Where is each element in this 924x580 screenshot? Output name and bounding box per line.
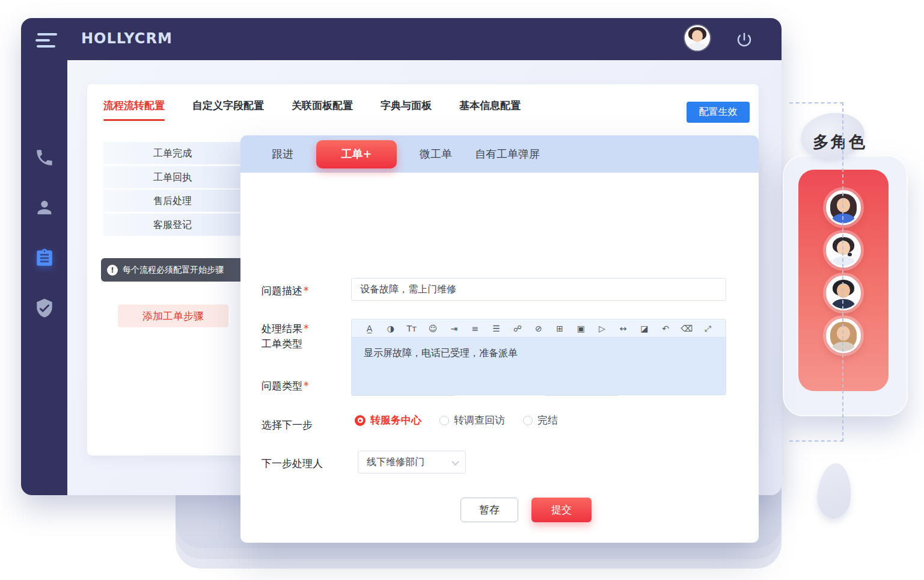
flow-tooltip: ! 每个流程必须配置开始步骤 <box>101 258 245 282</box>
modal-actions: 暂存 提交 <box>240 498 759 522</box>
ticket-modal: 跟进工单+微工单自有工单弹屏 工单类型 电话登记 优先级 A类-普通 问题类型*… <box>240 135 759 543</box>
fullscreen-icon[interactable]: ⤢ <box>697 319 718 338</box>
radio-option[interactable]: 完结 <box>523 413 558 427</box>
modal-tab[interactable]: 跟进 <box>272 147 293 161</box>
page-tab[interactable]: 字典与面板 <box>381 99 432 121</box>
radio-label: 转服务中心 <box>370 413 421 427</box>
link-add-icon[interactable]: ☍ <box>507 319 528 338</box>
workflow-step-row[interactable]: 售后处理 <box>103 190 242 212</box>
radio-icon <box>355 415 366 426</box>
indent-icon[interactable]: ⇥ <box>444 319 465 338</box>
shield-icon <box>34 298 55 318</box>
editor-toolbar: A̲◑Tт☺⇥≡☰☍⊘⊞▣▷↔◪↶⌫⤢ <box>352 319 726 338</box>
editor-textarea[interactable]: 显示屏故障，电话已受理，准备派单 <box>352 338 726 395</box>
workflow-step-row[interactable]: 工单回执 <box>103 166 242 188</box>
page-tab[interactable]: 流程流转配置 <box>103 99 165 121</box>
page-tab[interactable]: 自定义字段配置 <box>192 99 264 121</box>
table-icon[interactable]: ⊞ <box>549 319 571 338</box>
screen: HOLLYCRM 流程流转配置自定义字段配置关联面板配置字典与面板基本信息配置 … <box>0 0 924 580</box>
user-icon <box>34 197 55 218</box>
apply-config-button[interactable]: 配置生效 <box>687 102 750 123</box>
list-icon[interactable]: ☰ <box>486 319 507 338</box>
radio-icon <box>439 416 449 425</box>
modal-tab[interactable]: 自有工单弹屏 <box>475 147 540 161</box>
brand-logo: HOLLYCRM <box>81 30 173 47</box>
image-icon[interactable]: ▣ <box>571 319 592 338</box>
avatar-female-agent <box>685 25 710 51</box>
workflow-step-list: 工单完成工单回执售后处理客服登记 <box>103 142 242 237</box>
next-step-options: 转服务中心转调查回访完结 <box>355 413 558 427</box>
exclamation-icon: ! <box>107 265 118 276</box>
menu-icon[interactable] <box>35 33 58 49</box>
issue-desc-label: 问题描述* <box>262 284 309 298</box>
phone-icon <box>34 147 55 168</box>
chevron-down-icon <box>451 458 459 466</box>
eraser-icon[interactable]: ◪ <box>634 319 655 338</box>
delete-icon[interactable]: ⌫ <box>676 319 697 338</box>
undo-icon[interactable]: ↶ <box>655 319 676 338</box>
font-style-icon[interactable]: A̲ <box>359 319 380 338</box>
radio-selected[interactable]: 转服务中心 <box>355 413 421 427</box>
next-handler-select[interactable]: 线下维修部门 <box>358 451 466 474</box>
power-icon[interactable] <box>735 31 753 49</box>
next-step-label: 选择下一步 <box>262 418 313 432</box>
modal-tab[interactable]: 微工单 <box>420 147 452 161</box>
save-draft-button[interactable]: 暂存 <box>460 498 518 522</box>
modal-tab-bar: 跟进工单+微工单自有工单弹屏 <box>240 135 759 173</box>
multi-role-panel <box>783 155 908 416</box>
tooltip-text: 每个流程必须配置开始步骤 <box>123 265 224 276</box>
add-step-button[interactable]: 添加工单步骤 <box>118 304 228 327</box>
emoji-icon[interactable]: ☺ <box>423 319 444 338</box>
align-icon[interactable]: ≡ <box>465 319 486 338</box>
submit-button[interactable]: 提交 <box>531 498 592 522</box>
page-tab-bar: 流程流转配置自定义字段配置关联面板配置字典与面板基本信息配置 <box>103 99 521 121</box>
workflow-step-row[interactable]: 工单完成 <box>103 142 242 164</box>
color-palette-icon[interactable]: ◑ <box>380 319 401 338</box>
avatar-female-headset <box>826 233 861 268</box>
result-label: 处理结果* <box>262 322 309 336</box>
divider-icon[interactable]: ↔ <box>613 319 634 338</box>
font-size-icon[interactable]: Tт <box>401 319 422 338</box>
next-handler-label: 下一步处理人 <box>262 457 323 470</box>
radio-icon <box>523 416 533 425</box>
radio-label: 完结 <box>537 413 558 427</box>
page-tab[interactable]: 基本信息配置 <box>459 99 521 121</box>
link-remove-icon[interactable]: ⊘ <box>528 319 549 338</box>
rich-text-editor[interactable]: A̲◑Tт☺⇥≡☰☍⊘⊞▣▷↔◪↶⌫⤢ 显示屏故障，电话已受理，准备派单 <box>351 319 726 395</box>
page-tab[interactable]: 关联面板配置 <box>292 99 353 121</box>
sidebar <box>21 60 67 495</box>
clipboard-icon <box>34 248 55 268</box>
avatar-female-long-hair <box>826 190 861 225</box>
video-icon[interactable]: ▷ <box>592 319 613 338</box>
sidebar-item-customers[interactable] <box>34 197 55 218</box>
radio-label: 转调查回访 <box>454 413 505 427</box>
sidebar-item-calls[interactable] <box>34 147 55 168</box>
sidebar-item-tickets[interactable] <box>34 248 55 268</box>
modal-tab[interactable]: 工单+ <box>316 140 397 168</box>
radio-option[interactable]: 转调查回访 <box>439 413 505 427</box>
avatar-female-blonde <box>826 318 861 353</box>
ticket-type-label: 工单类型 <box>262 337 302 351</box>
issue-desc-input[interactable]: 设备故障，需上门维修 <box>351 278 726 301</box>
sidebar-item-security[interactable] <box>34 298 55 318</box>
workflow-step-row[interactable]: 客服登记 <box>103 214 242 236</box>
issue-type-label: 问题类型* <box>262 379 309 393</box>
avatar-male-suit <box>826 276 861 310</box>
decor-teardrop <box>816 462 853 520</box>
top-bar: HOLLYCRM <box>21 18 782 60</box>
multi-role-title: 多角色 <box>813 131 867 153</box>
role-avatar-card <box>798 170 889 391</box>
user-avatar[interactable] <box>685 25 710 51</box>
